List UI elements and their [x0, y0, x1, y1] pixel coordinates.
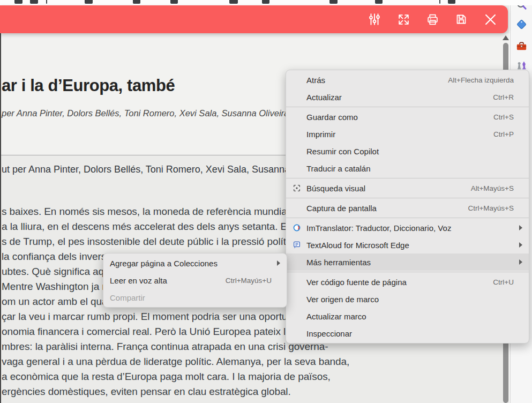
context-menu-item-screenshot[interactable]: Captura de pantallaCtrl+Mayús+S: [286, 199, 529, 217]
menu-item-shortcut: Ctrl+Mayús+U: [226, 277, 280, 285]
context-menu-item-print[interactable]: ImprimirCtrl+P: [286, 125, 529, 143]
toolbox-icon[interactable]: [515, 40, 528, 52]
menu-item-shortcut: Alt+Flecha izquierda: [448, 76, 522, 84]
article-headline: ar i la d’Europa, també: [2, 76, 175, 95]
article-body-line: vaga general i a una pèrdua de lideratge…: [2, 354, 349, 369]
menu-item-icon-empty: [293, 204, 306, 212]
chrome-icon-fragment: [133, 0, 140, 4]
article-byline-repeat: ut per Anna Pinter, Dolors Bellés, Toni …: [2, 164, 300, 175]
submenu-arrow-icon: [516, 259, 522, 265]
menu-item-icon-empty: [293, 147, 306, 155]
submenu-arrow-icon: [274, 260, 280, 266]
menu-item-icon-empty: [293, 93, 306, 101]
menu-item-label: ImTranslator: Traductor, Diccionario, Vo…: [306, 223, 451, 233]
close-icon[interactable]: [482, 11, 498, 27]
imtranslator-icon: [293, 223, 306, 232]
save-icon[interactable]: [453, 11, 469, 27]
visual-search-icon: [293, 184, 306, 192]
menu-item-label: Compartir: [110, 293, 145, 302]
menu-item-label: Actualizar: [306, 93, 342, 102]
tag-icon[interactable]: [515, 17, 528, 29]
menu-item-shortcut: Ctrl+R: [493, 93, 522, 101]
submenu-item-share: Compartir: [103, 289, 287, 306]
menu-item-label: Inspeccionar: [306, 329, 352, 338]
submenu-item-read-aloud[interactable]: Leer en voz altaCtrl+Mayús+U: [103, 272, 287, 289]
context-menu-item-save-as[interactable]: Guardar comoCtrl+S: [286, 108, 529, 125]
menu-item-label: Traducir a catalán: [306, 164, 371, 173]
context-menu-separator: [286, 198, 529, 198]
context-menu-item-reload-frame[interactable]: Actualizar marco: [286, 308, 529, 325]
menu-item-shortcut: Ctrl+S: [493, 113, 522, 121]
context-menu-item-view-frame-source[interactable]: Ver origen de marco: [286, 290, 529, 308]
article-body-line: a econòmica que la resta d’Europa paga m…: [2, 369, 349, 384]
context-menu-item-visual-search[interactable]: Búsqueda visualAlt+Mayús+S: [286, 180, 529, 197]
menu-item-icon-empty: [293, 164, 306, 173]
menu-item-label: Ver código fuente de página: [306, 278, 407, 287]
submenu-item-add-to-collections[interactable]: Agregar página a Colecciones: [103, 255, 287, 272]
menu-item-label: TextAloud for Microsoft Edge: [306, 241, 409, 250]
context-menu: AtrásAlt+Flecha izquierdaActualizarCtrl+…: [286, 70, 529, 344]
chrome-icon-fragment: [262, 0, 269, 4]
reader-overlay-toolbar: [0, 5, 508, 33]
scrollbar-up-arrow-icon[interactable]: [503, 35, 509, 40]
context-menu-item-inspect[interactable]: Inspeccionar: [286, 325, 529, 342]
chrome-icon-fragment: [375, 0, 383, 4]
menu-item-label: Agregar página a Colecciones: [110, 259, 218, 268]
context-menu-item-translate[interactable]: Traducir a catalán: [286, 160, 529, 177]
context-menu-separator: [286, 272, 529, 272]
context-menu-item-back[interactable]: AtrásAlt+Flecha izquierda: [286, 71, 529, 88]
chrome-icon-fragment: [439, 0, 440, 4]
sliders-icon[interactable]: [366, 11, 383, 27]
context-menu-item-copilot-summarize[interactable]: Resumir con Copilot: [286, 143, 529, 160]
chrome-icon-fragment: [30, 0, 38, 4]
chrome-icon-fragment: [46, 0, 47, 4]
article-byline: per Anna Pinter, Dolors Bellés, Toni Rom…: [2, 108, 305, 118]
context-menu-item-imtranslator[interactable]: ImTranslator: Traductor, Diccionario, Vo…: [286, 219, 529, 236]
context-menu-separator: [286, 178, 529, 178]
menu-item-icon-empty: [293, 76, 306, 84]
context-menu-separator: [286, 107, 529, 107]
menu-item-shortcut: Alt+Mayús+S: [471, 184, 522, 192]
menu-item-label: Guardar como: [306, 113, 358, 122]
context-menu-item-view-source[interactable]: Ver código fuente de páginaCtrl+U: [286, 273, 529, 290]
textaloud-icon: [293, 241, 306, 249]
chrome-icon-fragment: [85, 0, 93, 4]
menu-item-icon-empty: [293, 278, 306, 286]
menu-item-icon-empty: [293, 258, 306, 266]
chrome-icon-fragment: [329, 0, 338, 4]
menu-item-icon-empty: [293, 312, 306, 320]
submenu-arrow-icon: [516, 225, 522, 230]
menu-item-icon-empty: [293, 295, 306, 303]
chrome-icon-fragment: [448, 0, 455, 4]
menu-item-label: Imprimir: [306, 130, 335, 139]
page-left-edge: [0, 32, 1, 403]
browser-toolbar-strip: [0, 0, 532, 5]
menu-item-label: Leer en voz alta: [110, 276, 167, 285]
submenu-arrow-icon: [516, 242, 522, 248]
fullscreen-icon[interactable]: [395, 11, 411, 27]
article-body-line: ergències domèstiques, eviten pensar en …: [2, 384, 349, 399]
menu-item-shortcut: Ctrl+P: [493, 130, 522, 138]
menu-item-label: Más herramientas: [306, 258, 371, 267]
menu-item-label: Ver origen de marco: [306, 295, 379, 304]
chrome-icon-fragment: [229, 0, 238, 4]
menu-item-label: Captura de pantalla: [306, 204, 377, 213]
menu-item-icon-empty: [293, 130, 306, 138]
chrome-icon-fragment: [170, 0, 178, 4]
menu-item-label: Búsqueda visual: [306, 184, 365, 193]
chrome-icon-fragment: [14, 0, 23, 4]
more-tools-submenu: Agregar página a ColeccionesLeer en voz …: [103, 253, 287, 308]
context-menu-item-reload[interactable]: ActualizarCtrl+R: [286, 88, 529, 106]
menu-item-shortcut: Ctrl+Mayús+S: [468, 204, 522, 212]
screen: ar i la d’Europa, també per Anna Pinter,…: [0, 0, 532, 403]
menu-item-icon-empty: [293, 113, 306, 121]
context-menu-separator: [286, 218, 529, 218]
menu-item-icon-empty: [293, 329, 306, 338]
print-icon[interactable]: [424, 11, 440, 27]
menu-item-label: Atrás: [306, 76, 325, 85]
menu-item-label: Actualizar marco: [306, 312, 366, 321]
context-menu-item-textaloud[interactable]: TextAloud for Microsoft Edge: [286, 236, 529, 253]
context-menu-item-more-tools[interactable]: Más herramientas: [286, 253, 529, 271]
menu-item-label: Resumir con Copilot: [306, 147, 379, 156]
menu-item-shortcut: Ctrl+U: [493, 278, 522, 286]
